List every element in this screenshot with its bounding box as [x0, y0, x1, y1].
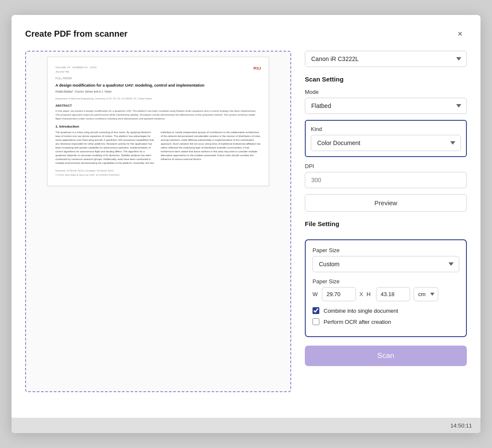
- scanner-dropdown-row: Canon iR C3222L: [305, 51, 467, 67]
- kind-select[interactable]: Color Document Black & White Document Gr…: [311, 135, 461, 151]
- create-pdf-dialog: Create PDF from scanner × VOLUME XX · NU…: [12, 15, 480, 433]
- paper-size-dim-row: W X H cm in mm: [313, 287, 459, 301]
- dialog-body: VOLUME XX · NUMBER XX · XXXX Journal Tit…: [25, 51, 467, 392]
- file-setting-section: Paper Size Custom A4 A3 Letter Legal Pap…: [305, 239, 467, 337]
- doc-abstract-text: In this paper, we present a design modif…: [55, 109, 261, 121]
- doc-title: A design modification for a quadrotor UA…: [55, 83, 261, 88]
- scan-setting-label: Scan Setting: [305, 76, 467, 83]
- unit-select[interactable]: cm in mm: [414, 287, 438, 301]
- preview-area: VOLUME XX · NUMBER XX · XXXX Journal Tit…: [25, 51, 291, 392]
- mode-label: Mode: [305, 89, 467, 95]
- doc-body-text: The quadrotor is a rotary wing aircraft …: [55, 131, 261, 165]
- kind-field-group: Kind Color Document Black & White Docume…: [311, 126, 461, 151]
- combine-checkbox-row: Combine into single document: [313, 307, 459, 314]
- doc-authors: Khalid Alattas*, Connor James and A.J. O…: [55, 90, 261, 93]
- doc-abstract-label: ABSTRACT: [55, 104, 261, 108]
- doc-logo: RSJ: [253, 66, 261, 71]
- close-button[interactable]: ×: [453, 27, 467, 41]
- doc-section-title: 1. Introduction: [55, 124, 261, 129]
- kind-label: Kind: [311, 126, 461, 132]
- dialog-header: Create PDF from scanner ×: [25, 27, 467, 41]
- preview-button[interactable]: Preview: [305, 194, 467, 212]
- width-label: W: [313, 291, 318, 297]
- ocr-checkbox-row: Perform OCR after creation: [313, 318, 459, 325]
- paper-size-field-group: Paper Size Custom A4 A3 Letter Legal: [313, 247, 459, 272]
- file-setting-label-group: File Setting: [305, 220, 467, 233]
- dpi-label: DPI: [305, 163, 467, 169]
- paper-size-dim-group: Paper Size W X H cm in mm: [313, 278, 459, 301]
- ocr-checkbox[interactable]: [313, 318, 319, 325]
- dialog-title: Create PDF from scanner: [25, 29, 127, 39]
- file-setting-label: File Setting: [305, 220, 467, 227]
- width-input[interactable]: [322, 287, 356, 301]
- paper-size-dim-label: Paper Size: [313, 278, 459, 285]
- height-label: H: [367, 291, 373, 297]
- dpi-field-group: DPI: [305, 163, 467, 188]
- kind-box: Kind Color Document Black & White Docume…: [305, 120, 467, 157]
- time-display: 14:50:11: [450, 422, 472, 429]
- height-input[interactable]: [376, 287, 410, 301]
- scan-button[interactable]: Scan: [305, 346, 467, 366]
- mode-select[interactable]: Flatbed ADF ADF Duplex: [305, 98, 467, 114]
- ocr-label: Perform OCR after creation: [324, 319, 391, 325]
- combine-label: Combine into single document: [324, 308, 398, 314]
- paper-size-label: Paper Size: [313, 247, 459, 253]
- dpi-input[interactable]: [305, 172, 467, 188]
- x-separator: X: [359, 291, 363, 297]
- scanner-select[interactable]: Canon iR C3222L: [305, 51, 467, 67]
- dialog-overlay: Create PDF from scanner × VOLUME XX · NU…: [0, 0, 492, 448]
- mode-field-group: Mode Flatbed ADF ADF Duplex: [305, 89, 467, 114]
- bottom-bar: 14:50:11: [12, 418, 480, 433]
- scan-setting-section: Scan Setting Mode Flatbed ADF ADF Duplex: [305, 76, 467, 220]
- combine-checkbox[interactable]: [313, 307, 319, 314]
- paper-size-select[interactable]: Custom A4 A3 Letter Legal: [313, 256, 459, 272]
- settings-panel: Canon iR C3222L Scan Setting Mode Flatbe…: [305, 51, 467, 392]
- document-preview: VOLUME XX · NUMBER XX · XXXX Journal Tit…: [47, 57, 269, 186]
